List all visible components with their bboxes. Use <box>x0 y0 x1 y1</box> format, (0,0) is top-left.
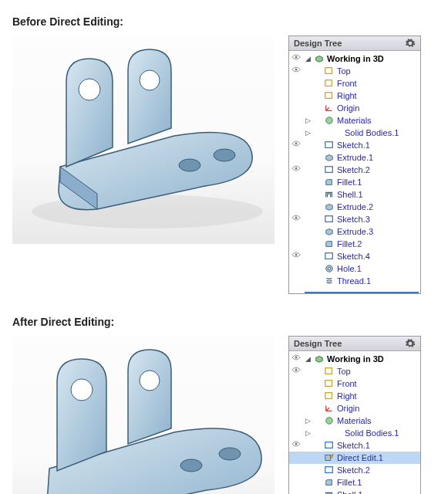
tree-node-materials[interactable]: ▷Materials <box>289 414 420 427</box>
tree-node-label: Sketch.3 <box>337 214 370 225</box>
tree-node-label: Origin <box>337 103 359 113</box>
tree-root[interactable]: ◢Working in 3D <box>289 52 420 65</box>
gear-icon[interactable] <box>405 338 416 349</box>
feature-tree-before[interactable]: ◢Working in 3DTopFrontRightOrigin▷Materi… <box>289 51 420 290</box>
expander-icon[interactable]: ▷ <box>304 415 312 426</box>
tree-node-sketch-4[interactable]: Sketch.4 <box>289 250 420 262</box>
plane-icon <box>324 379 335 388</box>
gear-icon[interactable] <box>405 38 416 49</box>
tree-node-label: Solid Bodies.1 <box>345 428 399 438</box>
tree-node-label: Right <box>337 90 357 101</box>
shell-icon <box>324 190 335 199</box>
visibility-eye-icon[interactable] <box>291 354 301 364</box>
tree-node-label: Shell.1 <box>337 489 363 494</box>
tree-node-solid-bodies-1[interactable]: ▷Solid Bodies.1 <box>289 127 420 139</box>
visibility-eye-icon[interactable] <box>291 214 301 225</box>
none-icon <box>332 428 342 438</box>
plane-icon <box>324 91 335 100</box>
tree-root-label: Working in 3D <box>327 53 384 64</box>
tree-node-label: Sketch.1 <box>337 440 370 451</box>
expander-icon[interactable]: ▷ <box>304 428 312 438</box>
tree-node-sketch-1[interactable]: Sketch.1 <box>289 439 420 452</box>
origin-icon <box>324 404 335 413</box>
tree-node-top[interactable]: Top <box>289 65 420 77</box>
expander-icon[interactable]: ◢ <box>304 354 312 364</box>
tree-node-thread-1[interactable]: Thread.1 <box>289 275 420 287</box>
svg-rect-8 <box>325 80 332 86</box>
tree-node-label: Sketch.1 <box>337 140 370 151</box>
tree-node-label: Front <box>337 378 357 389</box>
tree-node-extrude-3[interactable]: Extrude.3 <box>289 225 420 238</box>
tree-node-direct-edit-1[interactable]: Direct Edit.1 <box>289 452 420 464</box>
svg-point-17 <box>295 254 298 256</box>
materials-icon <box>324 116 335 125</box>
tree-node-origin[interactable]: Origin <box>289 402 420 414</box>
visibility-eye-icon[interactable] <box>291 66 301 76</box>
thread-icon <box>324 276 335 286</box>
tree-node-label: Thread.1 <box>337 276 371 286</box>
visibility-eye-icon[interactable] <box>291 164 301 175</box>
tree-node-front[interactable]: Front <box>289 77 420 90</box>
visibility-eye-icon[interactable] <box>291 140 301 151</box>
tree-node-label: Sketch.2 <box>337 465 370 475</box>
tree-node-top[interactable]: Top <box>289 365 420 377</box>
tree-node-sketch-2[interactable]: Sketch.2 <box>289 164 420 176</box>
viewport-before[interactable] <box>12 36 275 244</box>
tree-root[interactable]: ◢Working in 3D <box>289 353 420 365</box>
direct-icon <box>324 453 335 462</box>
tree-node-sketch-2[interactable]: Sketch.2 <box>289 464 420 476</box>
expander-icon[interactable]: ▷ <box>304 127 312 138</box>
svg-point-26 <box>295 357 298 359</box>
tree-node-fillet-1[interactable]: Fillet.1 <box>289 476 420 489</box>
tree-node-label: Solid Bodies.1 <box>345 127 399 138</box>
visibility-eye-icon[interactable] <box>291 251 301 262</box>
none-icon <box>332 128 342 137</box>
viewport-after[interactable] <box>12 336 275 494</box>
tree-node-materials[interactable]: ▷Materials <box>289 114 420 127</box>
visibility-eye-icon[interactable] <box>291 53 301 64</box>
tree-node-label: Right <box>337 391 357 401</box>
svg-point-3 <box>79 79 100 100</box>
tree-node-fillet-1[interactable]: Fillet.1 <box>289 176 420 188</box>
expander-icon[interactable]: ▷ <box>304 115 312 126</box>
tree-node-label: Shell.1 <box>337 189 363 200</box>
tree-node-extrude-2[interactable]: Extrude.2 <box>289 201 420 213</box>
tree-node-label: Materials <box>337 415 372 426</box>
tree-node-extrude-1[interactable]: Extrude.1 <box>289 151 420 164</box>
expander-icon[interactable]: ◢ <box>304 53 312 64</box>
svg-point-31 <box>326 418 333 425</box>
sketch-icon <box>324 441 335 450</box>
panel-header: Design Tree <box>289 337 420 351</box>
extrude-icon <box>324 153 335 162</box>
tree-node-shell-1[interactable]: Shell.1 <box>289 489 420 494</box>
svg-rect-14 <box>325 167 332 173</box>
after-heading: After Direct Editing: <box>12 316 436 328</box>
tree-node-right[interactable]: Right <box>289 90 420 102</box>
tree-node-right[interactable]: Right <box>289 390 420 402</box>
tree-node-solid-bodies-1[interactable]: ▷Solid Bodies.1 <box>289 427 420 439</box>
materials-icon <box>324 416 335 425</box>
svg-rect-9 <box>325 93 332 99</box>
tree-node-fillet-2[interactable]: Fillet.2 <box>289 238 420 250</box>
origin-icon <box>324 103 335 113</box>
sketch-icon <box>324 140 335 150</box>
tree-node-sketch-1[interactable]: Sketch.1 <box>289 139 420 151</box>
tree-node-label: Extrude.2 <box>337 201 373 212</box>
tree-node-sketch-3[interactable]: Sketch.3 <box>289 213 420 225</box>
svg-rect-7 <box>325 68 332 74</box>
tree-node-hole-1[interactable]: Hole.1 <box>289 262 420 275</box>
tree-node-shell-1[interactable]: Shell.1 <box>289 188 420 201</box>
fillet-icon <box>324 478 335 487</box>
sketch-icon <box>324 252 335 261</box>
part-icon <box>314 54 325 63</box>
feature-tree-after[interactable]: ◢Working in 3DTopFrontRightOrigin▷Materi… <box>289 351 420 494</box>
tree-node-front[interactable]: Front <box>289 377 420 390</box>
tree-node-label: Materials <box>337 115 372 126</box>
svg-rect-34 <box>325 455 331 461</box>
visibility-eye-icon[interactable] <box>291 366 301 377</box>
svg-point-1 <box>179 159 200 171</box>
svg-point-11 <box>295 143 298 145</box>
tree-node-label: Extrude.1 <box>337 152 373 163</box>
tree-node-origin[interactable]: Origin <box>289 102 420 114</box>
visibility-eye-icon[interactable] <box>291 440 301 451</box>
